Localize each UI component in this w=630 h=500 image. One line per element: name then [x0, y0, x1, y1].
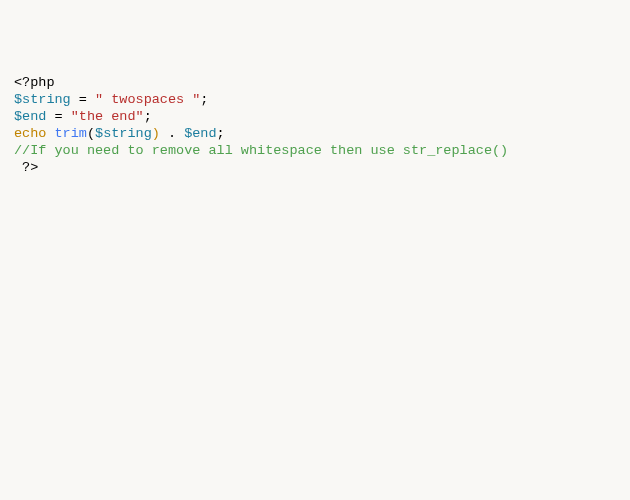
- comment: //If you need to remove all whitespace t…: [14, 143, 508, 158]
- string-literal: "the end": [71, 109, 144, 124]
- assign-operator: =: [71, 92, 95, 107]
- php-close-tag: ?>: [22, 160, 38, 175]
- code-line-5: //If you need to remove all whitespace t…: [14, 142, 616, 159]
- trim-function: trim: [55, 126, 87, 141]
- variable-end: $end: [14, 109, 46, 124]
- code-line-2: $string = " twospaces ";: [14, 91, 616, 108]
- close-paren: ): [152, 126, 160, 141]
- code-line-1: <?php: [14, 74, 616, 91]
- php-open-tag: <?php: [14, 75, 55, 90]
- semicolon: ;: [144, 109, 152, 124]
- leading-space: [14, 160, 22, 175]
- assign-operator: =: [46, 109, 70, 124]
- semicolon: ;: [200, 92, 208, 107]
- code-line-3: $end = "the end";: [14, 108, 616, 125]
- string-literal: " twospaces ": [95, 92, 200, 107]
- variable-string-arg: $string: [95, 126, 152, 141]
- echo-keyword: echo: [14, 126, 46, 141]
- concat-operator: .: [160, 126, 184, 141]
- semicolon: ;: [217, 126, 225, 141]
- variable-end-ref: $end: [184, 126, 216, 141]
- space: [46, 126, 54, 141]
- code-line-6: ?>: [14, 159, 616, 176]
- code-line-4: echo trim($string) . $end;: [14, 125, 616, 142]
- variable-string: $string: [14, 92, 71, 107]
- open-paren: (: [87, 126, 95, 141]
